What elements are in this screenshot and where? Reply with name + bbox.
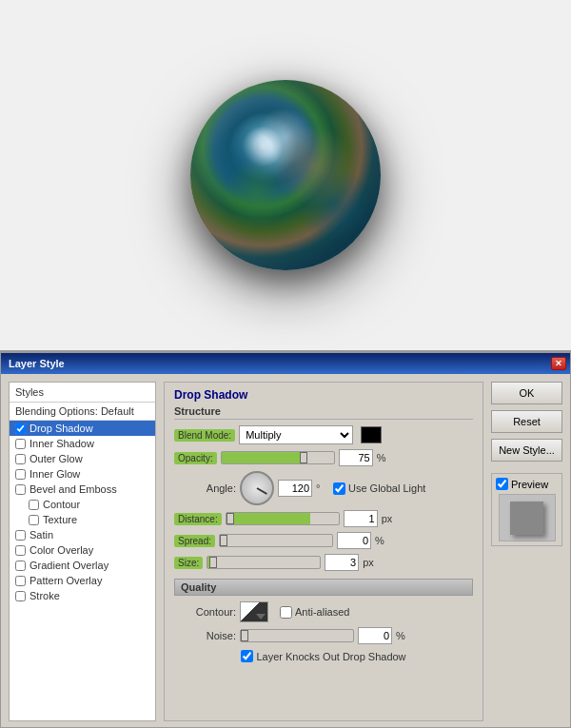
blending-options-item[interactable]: Blending Options: Default — [10, 403, 155, 421]
anti-aliased-checkbox[interactable] — [280, 606, 292, 619]
settings-area: Drop Shadow Structure Blend Mode: Multip… — [164, 382, 483, 721]
distance-row: Distance: px — [174, 510, 473, 527]
angle-input[interactable] — [278, 480, 312, 497]
quality-header: Quality — [174, 579, 473, 596]
dialog-title-bar: Layer Style ✕ — [1, 353, 570, 374]
opacity-input[interactable] — [339, 449, 373, 466]
preview-text: Preview — [511, 479, 548, 490]
size-label: Size: — [174, 557, 203, 569]
distance-input[interactable] — [344, 510, 378, 527]
satin-label: Satin — [30, 529, 53, 541]
new-style-button[interactable]: New Style... — [491, 439, 562, 462]
structure-title: Structure — [174, 405, 473, 420]
left-panel: Styles Blending Options: Default Drop Sh… — [9, 382, 156, 721]
outer-glow-checkbox[interactable] — [15, 454, 26, 464]
distance-label: Distance: — [174, 513, 222, 525]
spread-unit: % — [375, 535, 388, 546]
angle-label: Angle: — [174, 482, 236, 494]
canvas-area — [0, 0, 571, 352]
sidebar-item-pattern-overlay[interactable]: Pattern Overlay — [10, 573, 155, 588]
contour-preview[interactable] — [240, 601, 268, 622]
size-input[interactable] — [325, 554, 359, 571]
stroke-label: Stroke — [30, 590, 60, 601]
anti-aliased-label: Anti-aliased — [280, 606, 349, 619]
sidebar-item-contour[interactable]: Contour — [10, 497, 155, 512]
noise-unit: % — [396, 630, 409, 641]
drop-shadow-section-title: Drop Shadow — [174, 388, 473, 402]
opacity-label: Opacity: — [174, 452, 217, 464]
close-button[interactable]: ✕ — [551, 357, 566, 370]
blend-mode-select[interactable]: Multiply Normal Screen Overlay — [239, 425, 353, 444]
contour-label: Contour — [43, 499, 80, 510]
color-overlay-checkbox[interactable] — [15, 545, 26, 556]
action-buttons-panel: OK Reset New Style... Preview — [491, 382, 562, 721]
quality-section: Quality Contour: Anti-aliased Noise: — [174, 579, 473, 662]
sidebar-item-texture[interactable]: Texture — [10, 512, 155, 527]
sidebar-item-color-overlay[interactable]: Color Overlay — [10, 542, 155, 558]
contour-label: Contour: — [174, 606, 236, 618]
inner-glow-checkbox[interactable] — [15, 469, 26, 480]
noise-label: Noise: — [174, 630, 236, 641]
contour-checkbox[interactable] — [29, 500, 39, 510]
sidebar-item-stroke[interactable]: Stroke — [10, 588, 155, 603]
sidebar-item-bevel-emboss[interactable]: Bevel and Emboss — [10, 482, 155, 497]
inner-shadow-label: Inner Shadow — [30, 438, 94, 449]
styles-header: Styles — [10, 383, 155, 403]
distance-slider[interactable] — [226, 512, 340, 525]
gradient-overlay-checkbox[interactable] — [15, 561, 26, 571]
shadow-color-swatch[interactable] — [361, 426, 382, 443]
drop-shadow-checkbox[interactable] — [15, 423, 26, 434]
distance-unit: px — [382, 513, 395, 524]
spread-label: Spread: — [174, 535, 215, 547]
spread-input[interactable] — [337, 532, 371, 549]
angle-row: Angle: ° Use Global Light — [174, 471, 473, 505]
pattern-overlay-label: Pattern Overlay — [30, 575, 102, 586]
sidebar-item-inner-shadow[interactable]: Inner Shadow — [10, 436, 155, 451]
satin-checkbox[interactable] — [15, 530, 26, 541]
blend-mode-row: Blend Mode: Multiply Normal Screen Overl… — [174, 425, 473, 444]
noise-slider[interactable] — [240, 629, 354, 642]
inner-glow-label: Inner Glow — [30, 468, 80, 480]
layer-knocks-checkbox[interactable] — [241, 650, 253, 662]
earth-globe — [190, 80, 381, 270]
sidebar-item-drop-shadow[interactable]: Drop Shadow — [10, 421, 155, 436]
angle-dial[interactable] — [240, 471, 274, 505]
preview-section: Preview — [491, 473, 562, 546]
contour-dropdown-arrow — [256, 614, 266, 620]
opacity-unit: % — [377, 452, 390, 463]
noise-input[interactable] — [358, 627, 392, 644]
sidebar-item-satin[interactable]: Satin — [10, 527, 155, 542]
blend-mode-label: Blend Mode: — [174, 429, 235, 442]
texture-checkbox[interactable] — [29, 515, 39, 525]
reset-button[interactable]: Reset — [491, 410, 562, 433]
size-slider[interactable] — [207, 556, 321, 569]
bevel-emboss-label: Bevel and Emboss — [30, 483, 117, 495]
spread-row: Spread: % — [174, 532, 473, 549]
spread-slider[interactable] — [219, 534, 333, 547]
use-global-light-label: Use Global Light — [333, 482, 425, 495]
pattern-overlay-checkbox[interactable] — [15, 576, 26, 586]
anti-aliased-text: Anti-aliased — [295, 606, 349, 618]
layer-style-dialog: Layer Style ✕ Styles Blending Options: D… — [0, 352, 571, 728]
layer-knocks-text: Layer Knocks Out Drop Shadow — [256, 651, 405, 662]
bevel-emboss-checkbox[interactable] — [15, 484, 26, 495]
texture-label: Texture — [43, 514, 77, 525]
dialog-title: Layer Style — [9, 358, 65, 369]
inner-shadow-checkbox[interactable] — [15, 439, 26, 449]
preview-checkbox[interactable] — [496, 478, 508, 490]
ok-button[interactable]: OK — [491, 382, 562, 404]
noise-row: Noise: % — [174, 627, 473, 644]
opacity-row: Opacity: % — [174, 449, 473, 466]
preview-box — [499, 494, 556, 541]
opacity-slider[interactable] — [221, 451, 335, 464]
sidebar-item-gradient-overlay[interactable]: Gradient Overlay — [10, 558, 155, 573]
stroke-checkbox[interactable] — [15, 591, 26, 601]
layer-knocks-label: Layer Knocks Out Drop Shadow — [241, 650, 405, 662]
sidebar-item-outer-glow[interactable]: Outer Glow — [10, 451, 155, 466]
sidebar-item-inner-glow[interactable]: Inner Glow — [10, 466, 155, 482]
gradient-overlay-label: Gradient Overlay — [30, 560, 108, 571]
use-global-light-checkbox[interactable] — [333, 482, 345, 495]
dialog-content: Styles Blending Options: Default Drop Sh… — [1, 374, 570, 728]
preview-square — [510, 502, 543, 535]
preview-label: Preview — [496, 478, 558, 490]
